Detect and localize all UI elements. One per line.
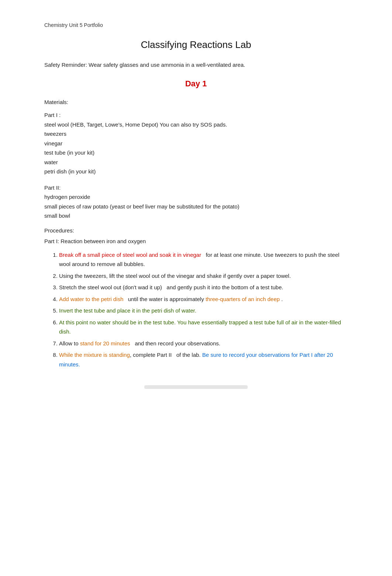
main-title: Classifying Reactions Lab — [44, 39, 348, 51]
step-4-period: . — [280, 296, 283, 302]
part2-items: hydrogen peroxidesmall pieces of raw pot… — [44, 192, 348, 221]
step-2: Using the tweezers, lift the steel wool … — [59, 271, 348, 281]
procedure-steps: Break off a small piece of steel wool an… — [44, 250, 348, 369]
part-reaction-label: Part I: Reaction between iron and oxygen — [44, 238, 348, 244]
step-8-highlight1: While the mixture is standing — [59, 352, 130, 358]
page-container: Chemistry Unit 5 Portfolio Classifying R… — [0, 0, 392, 420]
day-heading: Day 1 — [44, 79, 348, 89]
step-4-highlight1: Add water to the petri dish — [59, 296, 123, 302]
step-1: Break off a small piece of steel wool an… — [59, 250, 348, 269]
safety-reminder: Safety Reminder: Wear safety glasses and… — [44, 62, 348, 68]
step-6: At this point no water should be in the … — [59, 318, 348, 337]
step-1-highlight: Break off a small piece of steel wool an… — [59, 252, 201, 258]
step-5: Invert the test tube and place it in the… — [59, 306, 348, 315]
part2-materials: Part II: hydrogen peroxidesmall pieces o… — [44, 183, 348, 221]
step-3-text: Stretch the steel wool out (don't wad it… — [59, 284, 283, 290]
step-8: While the mixture is standing, complete … — [59, 350, 348, 369]
step-2-text: Using the tweezers, lift the steel wool … — [59, 273, 291, 279]
footer-blur — [44, 384, 348, 390]
step-4-normal: until the water is approximately — [123, 296, 206, 302]
footer-blur-bar — [144, 385, 248, 389]
procedures-label: Procedures: — [44, 227, 348, 234]
step-4: Add water to the petri dish until the wa… — [59, 294, 348, 304]
step-7-normal1: Allow to — [59, 340, 80, 346]
part1-label: Part I : — [44, 110, 348, 120]
part1-items: steel wool (HEB, Target, Lowe's, Home De… — [44, 120, 348, 176]
step-7: Allow to stand for 20 minutes and then r… — [59, 339, 348, 348]
materials-label: Materials: — [44, 99, 348, 105]
step-7-normal2: and then record your observations. — [130, 340, 220, 346]
portfolio-label: Chemistry Unit 5 Portfolio — [44, 22, 348, 28]
step-6-text: At this point no water should be in the … — [59, 319, 341, 335]
step-3: Stretch the steel wool out (don't wad it… — [59, 283, 348, 292]
part1-materials: Part I : steel wool (HEB, Target, Lowe's… — [44, 110, 348, 176]
step-5-text: Invert the test tube and place it in the… — [59, 307, 196, 314]
step-4-highlight2: three-quarters of an inch deep — [206, 296, 280, 302]
part2-label: Part II: — [44, 183, 348, 193]
step-7-highlight: stand for 20 minutes — [80, 340, 130, 346]
step-8-normal: , complete Part II of the lab. — [130, 352, 202, 358]
